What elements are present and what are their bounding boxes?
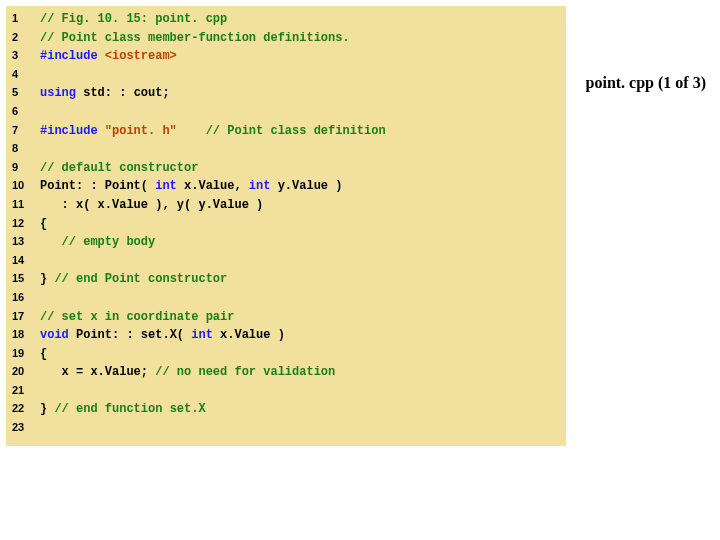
code-line: 7#include "point. h" // Point class defi… [12, 122, 560, 141]
line-number: 11 [12, 196, 40, 215]
code-text [40, 140, 560, 159]
line-number: 17 [12, 308, 40, 327]
line-number: 12 [12, 215, 40, 234]
line-number: 10 [12, 177, 40, 196]
line-number: 22 [12, 400, 40, 419]
code-text: { [40, 345, 560, 364]
code-text [40, 419, 560, 438]
code-line: 21 [12, 382, 560, 401]
line-number: 5 [12, 84, 40, 103]
line-number: 15 [12, 270, 40, 289]
code-line: 15} // end Point constructor [12, 270, 560, 289]
code-text: } // end Point constructor [40, 270, 560, 289]
code-line: 11 : x( x.Value ), y( y.Value ) [12, 196, 560, 215]
code-line: 6 [12, 103, 560, 122]
code-text [40, 66, 560, 85]
code-text: #include "point. h" // Point class defin… [40, 122, 560, 141]
line-number: 8 [12, 140, 40, 159]
code-text: // default constructor [40, 159, 560, 178]
code-panel: 1// Fig. 10. 15: point. cpp2// Point cla… [6, 6, 566, 446]
code-line: 19{ [12, 345, 560, 364]
code-text: // Point class member-function definitio… [40, 29, 560, 48]
code-line: 18void Point: : set.X( int x.Value ) [12, 326, 560, 345]
code-line: 12{ [12, 215, 560, 234]
code-text: // empty body [40, 233, 560, 252]
code-text: Point: : Point( int x.Value, int y.Value… [40, 177, 560, 196]
code-text: : x( x.Value ), y( y.Value ) [40, 196, 560, 215]
line-number: 23 [12, 419, 40, 438]
code-line: 23 [12, 419, 560, 438]
line-number: 7 [12, 122, 40, 141]
code-text: // set x in coordinate pair [40, 308, 560, 327]
code-line: 5using std: : cout; [12, 84, 560, 103]
line-number: 2 [12, 29, 40, 48]
line-number: 21 [12, 382, 40, 401]
code-text [40, 382, 560, 401]
code-text: // Fig. 10. 15: point. cpp [40, 10, 560, 29]
line-number: 13 [12, 233, 40, 252]
line-number: 6 [12, 103, 40, 122]
code-line: 2// Point class member-function definiti… [12, 29, 560, 48]
code-line: 16 [12, 289, 560, 308]
line-number: 4 [12, 66, 40, 85]
code-line: 13 // empty body [12, 233, 560, 252]
code-line: 22} // end function set.X [12, 400, 560, 419]
code-text: using std: : cout; [40, 84, 560, 103]
code-line: 9// default constructor [12, 159, 560, 178]
line-number: 1 [12, 10, 40, 29]
line-number: 16 [12, 289, 40, 308]
code-line: 1// Fig. 10. 15: point. cpp [12, 10, 560, 29]
code-line: 20 x = x.Value; // no need for validatio… [12, 363, 560, 382]
code-text [40, 289, 560, 308]
line-number: 14 [12, 252, 40, 271]
code-line: 3#include <iostream> [12, 47, 560, 66]
line-number: 3 [12, 47, 40, 66]
line-number: 20 [12, 363, 40, 382]
code-text: } // end function set.X [40, 400, 560, 419]
code-text [40, 103, 560, 122]
code-text: { [40, 215, 560, 234]
code-text: void Point: : set.X( int x.Value ) [40, 326, 560, 345]
code-text: #include <iostream> [40, 47, 560, 66]
line-number: 19 [12, 345, 40, 364]
line-number: 18 [12, 326, 40, 345]
code-line: 10Point: : Point( int x.Value, int y.Val… [12, 177, 560, 196]
slide-label: point. cpp (1 of 3) [586, 74, 706, 92]
code-text: x = x.Value; // no need for validation [40, 363, 560, 382]
code-text [40, 252, 560, 271]
code-line: 8 [12, 140, 560, 159]
code-line: 17// set x in coordinate pair [12, 308, 560, 327]
code-line: 4 [12, 66, 560, 85]
code-line: 14 [12, 252, 560, 271]
line-number: 9 [12, 159, 40, 178]
